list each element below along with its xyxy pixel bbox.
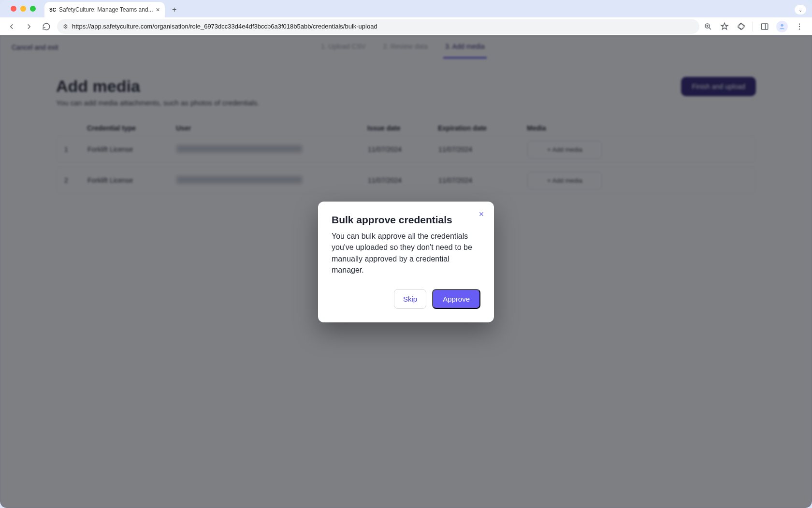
url-bar[interactable]: ⚙ https://app.safetyculture.com/organisa… [57,19,699,34]
tab-close-icon[interactable]: × [156,6,160,14]
toolbar-right [703,21,807,32]
extensions-icon[interactable] [736,22,746,31]
svg-point-3 [799,23,800,24]
svg-rect-1 [761,24,768,29]
window-minimize-icon[interactable] [20,6,26,12]
back-button[interactable] [5,20,18,33]
skip-button[interactable]: Skip [394,289,426,309]
toolbar-divider [753,22,753,31]
modal-overlay[interactable]: × Bulk approve credentials You can bulk … [0,35,812,508]
bulk-approve-modal: × Bulk approve credentials You can bulk … [318,202,494,322]
bookmark-icon[interactable] [720,22,729,31]
svg-point-2 [781,24,783,26]
svg-point-4 [799,26,800,27]
reload-button[interactable] [40,20,53,33]
tab-title: SafetyCulture: Manage Teams and... [59,6,153,13]
profile-avatar[interactable] [776,21,788,32]
window-close-icon[interactable] [11,6,16,12]
kebab-menu-icon[interactable] [795,22,804,31]
forward-button[interactable] [22,20,36,33]
window-controls [6,0,41,17]
zoom-icon[interactable] [703,22,713,31]
tab-bar: SC SafetyCulture: Manage Teams and... × … [0,0,812,17]
url-text: https://app.safetyculture.com/organisati… [72,23,377,30]
tabs-dropdown-icon[interactable]: ⌄ [795,5,806,15]
modal-title: Bulk approve credentials [332,214,480,226]
modal-actions: Skip Approve [332,289,480,309]
window-maximize-icon[interactable] [30,6,36,12]
side-panel-icon[interactable] [760,22,769,31]
site-settings-icon[interactable]: ⚙ [63,23,68,30]
approve-button[interactable]: Approve [432,289,480,309]
svg-point-5 [799,29,800,29]
close-icon[interactable]: × [476,208,487,220]
new-tab-button[interactable]: + [168,3,181,16]
address-bar-row: ⚙ https://app.safetyculture.com/organisa… [0,17,812,35]
modal-body: You can bulk approve all the credentials… [332,231,480,276]
browser-tab[interactable]: SC SafetyCulture: Manage Teams and... × [44,2,165,17]
favicon-icon: SC [49,6,56,13]
browser-chrome: SC SafetyCulture: Manage Teams and... × … [0,0,812,35]
